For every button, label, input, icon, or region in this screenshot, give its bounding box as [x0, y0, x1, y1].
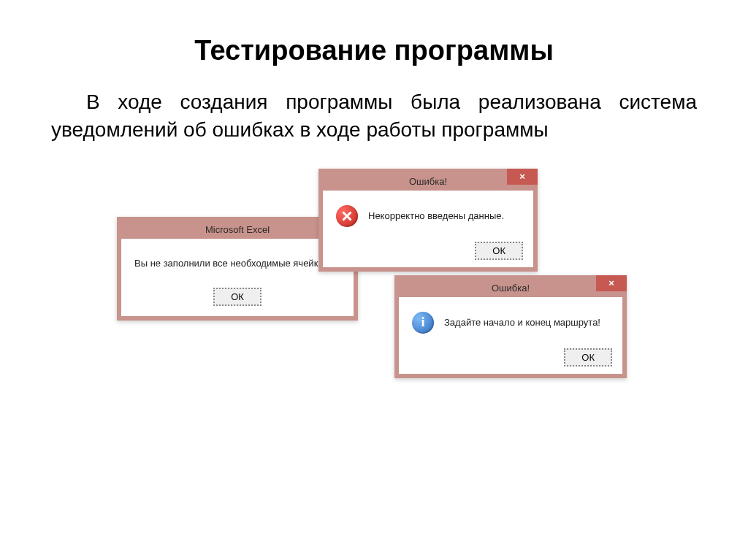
dialog-canvas: Microsoft Excel × Вы не заполнили все не… [0, 158, 748, 472]
dialog-error-message: Некорректно введены данные. [368, 210, 504, 221]
page-description: В ходе создания программы была реализова… [0, 88, 748, 158]
dialog-info-titlebar: Ошибка! × [399, 280, 622, 297]
close-icon[interactable]: × [596, 275, 627, 291]
dialog-info-message: Задайте начало и конец маршрута! [444, 317, 600, 328]
ok-button[interactable]: ОК [213, 288, 262, 306]
dialog-error: Ошибка! × Некорректно введены данные. ОК [318, 169, 538, 272]
dialog-info: Ошибка! × i Задайте начало и конец маршр… [394, 275, 627, 378]
error-icon [336, 205, 358, 227]
ok-button[interactable]: ОК [475, 242, 523, 260]
ok-button[interactable]: ОК [564, 348, 612, 367]
page-title: Тестирование программы [0, 0, 748, 88]
dialog-error-titlebar: Ошибка! × [323, 173, 533, 191]
dialog-error-title: Ошибка! [409, 176, 447, 187]
dialog-excel-message: Вы не заполнили все необходимые ячейки [134, 258, 324, 269]
dialog-excel-title: Microsoft Excel [205, 224, 270, 235]
info-icon: i [412, 312, 434, 334]
close-icon[interactable]: × [507, 169, 538, 185]
dialog-info-title: Ошибка! [492, 283, 530, 294]
